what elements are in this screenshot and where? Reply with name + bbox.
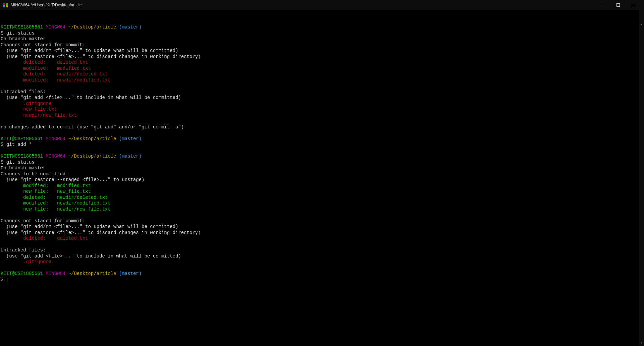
window-title: MINGW64:/c/Users/KIIT/Desktop/article bbox=[11, 3, 595, 8]
minimize-button[interactable] bbox=[595, 0, 610, 10]
staged-entry: deleted: newdir/deleted.txt bbox=[0, 195, 644, 201]
app-icon bbox=[3, 2, 8, 8]
command-line: $ git status bbox=[0, 160, 644, 166]
prompt-line: KIIT@CSE1805661 MINGW64 ~/Desktop/articl… bbox=[0, 271, 644, 277]
window-titlebar: MINGW64:/c/Users/KIIT/Desktop/article bbox=[0, 0, 644, 10]
staged-entry: new file: new_file.txt bbox=[0, 189, 644, 195]
prompt-line: KIIT@CSE1805661 MINGW64 ~/Desktop/articl… bbox=[0, 154, 644, 160]
cursor bbox=[7, 278, 7, 282]
unstaged-entry: deleted: newdir/deleted.txt bbox=[0, 71, 644, 77]
unstaged-entry: deleted: deleted.txt bbox=[0, 236, 644, 242]
svg-rect-1 bbox=[6, 3, 8, 5]
close-button[interactable] bbox=[626, 0, 641, 10]
prompt-line: KIIT@CSE1805661 MINGW64 ~/Desktop/articl… bbox=[0, 24, 644, 31]
untracked-entry: .gitignore bbox=[0, 101, 644, 107]
svg-rect-0 bbox=[3, 3, 5, 5]
unstaged-entry: deleted: deleted.txt bbox=[0, 60, 644, 66]
staged-entry: modified: newdir/modified.txt bbox=[0, 200, 644, 207]
scrollbar[interactable]: ▲ ▼ bbox=[639, 10, 644, 346]
command-line: $ git add * bbox=[0, 142, 644, 148]
svg-rect-3 bbox=[6, 5, 8, 7]
window-controls bbox=[595, 0, 641, 10]
untracked-entry: new_file.txt bbox=[0, 107, 644, 113]
svg-rect-2 bbox=[3, 5, 5, 7]
untracked-entry: newdir/new_file.txt bbox=[0, 113, 644, 119]
scroll-down-icon[interactable]: ▼ bbox=[639, 341, 644, 346]
prompt-line: KIIT@CSE1805661 MINGW64 ~/Desktop/articl… bbox=[0, 136, 644, 142]
maximize-button[interactable] bbox=[610, 0, 626, 10]
unstaged-entry: modified: modified.txt bbox=[0, 66, 644, 72]
input-line[interactable]: $ bbox=[0, 277, 644, 283]
untracked-entry: .gitignore bbox=[0, 259, 644, 265]
staged-entry: new file: newdir/new_file.txt bbox=[0, 207, 644, 213]
unstaged-entry: modified: newdir/modified.txt bbox=[0, 77, 644, 83]
command-line: $ git status bbox=[0, 31, 644, 37]
svg-rect-5 bbox=[617, 4, 620, 7]
staged-entry: modified: modified.txt bbox=[0, 183, 644, 189]
scroll-up-icon[interactable]: ▲ bbox=[639, 22, 644, 27]
terminal-output[interactable]: KIIT@CSE1805661 MINGW64 ~/Desktop/articl… bbox=[0, 10, 644, 346]
